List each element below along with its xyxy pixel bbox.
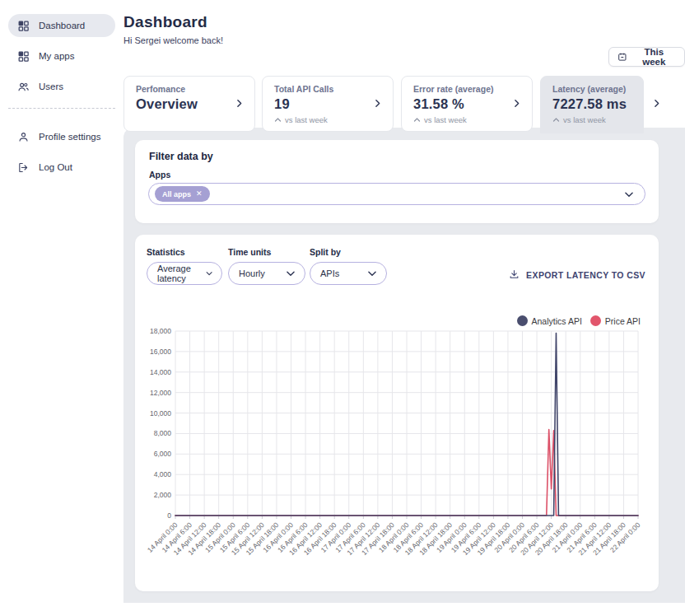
stat-card-error-rate-average[interactable]: Error rate (average)31.58 %vs last week xyxy=(401,76,533,132)
chevron-down-icon xyxy=(285,268,296,279)
legend-dot xyxy=(590,315,601,326)
sidebar-item-label: Users xyxy=(39,82,63,91)
y-axis-tick-label: 6,000 xyxy=(154,450,172,458)
filter-section: Filter data by Apps All apps ✕ xyxy=(135,140,659,223)
y-axis-tick-label: 4,000 xyxy=(154,470,172,478)
all-apps-chip[interactable]: All apps ✕ xyxy=(155,186,210,202)
stat-card-title: Perfomance xyxy=(136,84,243,94)
chevron-right-icon[interactable] xyxy=(234,98,245,109)
split-by-select[interactable]: APIs xyxy=(310,262,387,285)
page-title: Dashboard xyxy=(123,13,207,31)
stat-card-trend-label: vs last week xyxy=(563,115,606,124)
legend-item-analytics-api[interactable]: Analytics API xyxy=(517,315,582,326)
stat-card-trend-label: vs last week xyxy=(285,115,328,124)
chart-gridlines xyxy=(175,331,638,516)
caret-up-icon xyxy=(552,117,560,123)
selected-value: APIs xyxy=(320,268,339,278)
control-label: Time units xyxy=(228,247,305,257)
export-csv-button[interactable]: EXPORT LATENCY TO CSV xyxy=(509,269,645,280)
users-icon xyxy=(17,81,30,93)
legend-dot xyxy=(517,315,528,326)
control-label: Split by xyxy=(310,247,387,257)
sidebar-main-nav: DashboardMy appsUsers xyxy=(0,0,123,98)
stat-card-trend-label: vs last week xyxy=(424,115,467,124)
download-icon xyxy=(509,269,520,280)
caret-up-icon xyxy=(274,117,282,123)
sidebar-item-users[interactable]: Users xyxy=(8,75,115,98)
stat-card-value: 7227.58 ms xyxy=(552,96,631,112)
legend-item-price-api[interactable]: Price API xyxy=(590,315,641,326)
chip-close-icon[interactable]: ✕ xyxy=(196,190,203,198)
chevron-right-icon[interactable] xyxy=(651,98,662,109)
sidebar-item-label: My apps xyxy=(39,51,74,61)
legend-label: Price API xyxy=(605,316,641,326)
stat-card-title: Total API Calls xyxy=(274,84,381,94)
statistics-select[interactable]: Average latency xyxy=(147,262,222,285)
sidebar-item-log-out[interactable]: Log Out xyxy=(8,156,115,179)
sidebar-item-my-apps[interactable]: My apps xyxy=(8,44,115,68)
apps-label: Apps xyxy=(149,170,170,180)
caret-up-icon xyxy=(413,117,421,123)
y-axis-tick-label: 8,000 xyxy=(154,429,172,437)
control-label: Statistics xyxy=(147,247,222,257)
person-icon xyxy=(17,131,30,143)
stat-card-value: 19 xyxy=(274,96,381,112)
stat-card-latency-average[interactable]: Latency (average)7227.58 msvs last week xyxy=(540,76,644,133)
selected-value: Average latency xyxy=(157,264,205,283)
all-apps-chip-label: All apps xyxy=(162,190,191,198)
y-axis-tick-label: 12,000 xyxy=(150,389,171,397)
sidebar-item-dashboard[interactable]: Dashboard xyxy=(8,14,115,37)
chevron-down-icon xyxy=(366,268,378,279)
chart-legend: Analytics APIPrice API xyxy=(517,315,641,326)
y-axis-tick-label: 10,000 xyxy=(150,409,171,418)
latency-chart-svg: 02,0004,0006,0008,00010,00012,00014,0001… xyxy=(140,328,659,585)
this-week-button[interactable]: This week xyxy=(608,47,685,67)
stat-card-trend: vs last week xyxy=(413,115,520,124)
sidebar-item-label: Profile settings xyxy=(39,132,100,142)
control-statistics: StatisticsAverage latency xyxy=(147,247,222,285)
stat-card-perfomance[interactable]: PerfomanceOverview xyxy=(123,76,255,132)
sidebar-footer-nav: Profile settingsLog Out xyxy=(0,120,123,179)
y-axis-tick-label: 16,000 xyxy=(150,348,171,356)
stat-card-trend: vs last week xyxy=(274,115,381,124)
grid-icon xyxy=(17,50,30,63)
control-split-by: Split byAPIs xyxy=(310,247,387,285)
chevron-right-icon[interactable] xyxy=(372,98,383,109)
stat-card-value: 31.58 % xyxy=(413,96,520,112)
stat-card-value: Overview xyxy=(136,96,243,112)
chevron-down-icon xyxy=(623,189,635,200)
y-axis-tick-label: 14,000 xyxy=(150,368,171,376)
stat-card-title: Latency (average) xyxy=(552,84,631,94)
welcome-message: Hi Sergei welcome back! xyxy=(123,35,223,45)
chevron-down-icon xyxy=(205,268,213,279)
stat-card-title: Error rate (average) xyxy=(413,84,520,94)
sidebar-item-label: Log Out xyxy=(39,162,72,172)
calendar-icon xyxy=(617,52,627,62)
sidebar-item-profile-settings[interactable]: Profile settings xyxy=(8,125,115,148)
grid-icon xyxy=(17,20,30,32)
export-csv-label: EXPORT LATENCY TO CSV xyxy=(526,270,645,280)
this-week-label: This week xyxy=(632,47,676,67)
selected-value: Hourly xyxy=(239,268,265,278)
apps-multiselect[interactable]: All apps ✕ xyxy=(148,183,645,205)
logout-icon xyxy=(17,161,30,174)
y-axis-tick-label: 0 xyxy=(167,511,171,520)
filter-title: Filter data by xyxy=(149,151,213,162)
y-axis-tick-label: 2,000 xyxy=(154,491,172,499)
sidebar-divider xyxy=(8,108,115,109)
legend-label: Analytics API xyxy=(532,316,582,326)
sidebar: DashboardMy appsUsers Profile settingsLo… xyxy=(0,0,123,616)
latency-chart: 02,0004,0006,0008,00010,00012,00014,0001… xyxy=(140,328,659,585)
stat-card-total-api-calls[interactable]: Total API Calls19vs last week xyxy=(262,76,394,132)
time-units-select[interactable]: Hourly xyxy=(228,262,305,285)
statistics-section: StatisticsAverage latencyTime unitsHourl… xyxy=(135,235,659,591)
sidebar-item-label: Dashboard xyxy=(39,21,85,30)
control-time-units: Time unitsHourly xyxy=(228,247,305,285)
stat-card-trend: vs last week xyxy=(552,115,631,124)
app-root: DashboardMy appsUsers Profile settingsLo… xyxy=(0,0,685,616)
chevron-right-icon[interactable] xyxy=(511,98,522,109)
y-axis-tick-label: 18,000 xyxy=(150,328,171,335)
